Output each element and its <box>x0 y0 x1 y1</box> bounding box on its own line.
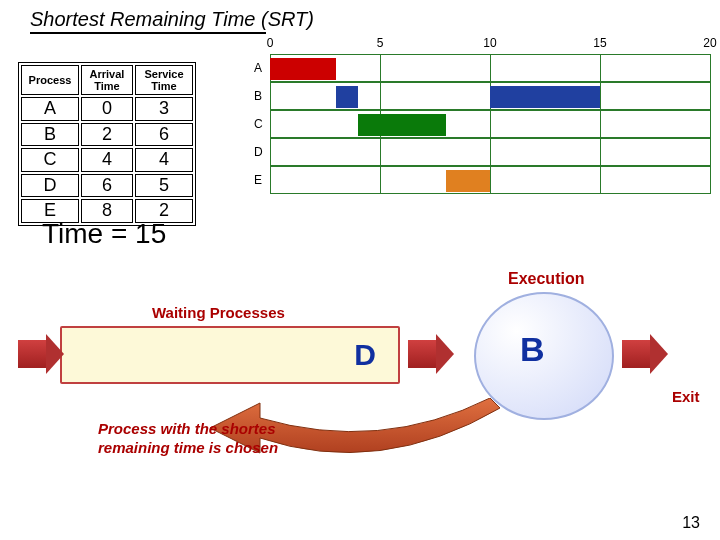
th-arrival: Arrival Time <box>81 65 133 95</box>
caption: Process with the shortes remaining time … <box>98 420 278 458</box>
gantt-tick-label: 10 <box>483 36 496 50</box>
slide-title: Shortest Remaining Time (SRT) <box>30 8 314 31</box>
cell: C <box>21 148 79 172</box>
gantt-tick-label: 5 <box>377 36 384 50</box>
execution-label: Execution <box>508 270 584 288</box>
table-row: A03 <box>21 97 193 121</box>
gantt-row: A <box>270 54 710 82</box>
gantt-row: D <box>270 138 710 166</box>
gantt-bar <box>446 170 490 192</box>
running-proc: B <box>520 330 545 369</box>
caption-line: Process with the shortes <box>98 420 276 437</box>
title-underline <box>30 32 266 34</box>
arrow-exit-icon <box>622 340 650 372</box>
gantt-row-label: D <box>254 145 263 159</box>
gantt-grid: 05101520ABCDE <box>270 54 710 194</box>
cell: 6 <box>81 174 133 198</box>
arrow-to-exec-icon <box>408 340 436 372</box>
cell: 0 <box>81 97 133 121</box>
cell: A <box>21 97 79 121</box>
waiting-proc: D <box>354 338 376 372</box>
gantt-bar <box>358 114 446 136</box>
cell: 2 <box>81 123 133 147</box>
cell: 4 <box>135 148 193 172</box>
gantt-tick <box>710 54 711 194</box>
time-label: Time = 15 <box>42 218 166 250</box>
th-service: Service Time <box>135 65 193 95</box>
gantt-row-label: A <box>254 61 262 75</box>
gantt-tick-label: 0 <box>267 36 274 50</box>
gantt-bar <box>336 86 358 108</box>
gantt-row-label: B <box>254 89 262 103</box>
gantt-row-label: E <box>254 173 262 187</box>
gantt-bar <box>270 58 336 80</box>
cell: 6 <box>135 123 193 147</box>
waiting-label: Waiting Processes <box>152 304 285 321</box>
arrow-in-icon <box>18 340 46 372</box>
th-process: Process <box>21 65 79 95</box>
cell: B <box>21 123 79 147</box>
cell: 5 <box>135 174 193 198</box>
gantt-row-label: C <box>254 117 263 131</box>
gantt-row: E <box>270 166 710 194</box>
waiting-box: D <box>60 326 400 384</box>
caption-line: remaining time is chosen <box>98 439 278 456</box>
table-row: C44 <box>21 148 193 172</box>
gantt-tick-label: 15 <box>593 36 606 50</box>
cell: D <box>21 174 79 198</box>
gantt-row: B <box>270 82 710 110</box>
table-row: D65 <box>21 174 193 198</box>
gantt-bar <box>490 86 600 108</box>
process-table: Process Arrival Time Service Time A03 B2… <box>18 62 196 226</box>
table-row: B26 <box>21 123 193 147</box>
gantt-chart: 05101520ABCDE <box>250 34 710 194</box>
cell: 3 <box>135 97 193 121</box>
gantt-tick-label: 20 <box>703 36 716 50</box>
gantt-row: C <box>270 110 710 138</box>
cell: 4 <box>81 148 133 172</box>
exit-label: Exit <box>672 388 700 405</box>
page-number: 13 <box>682 514 700 532</box>
